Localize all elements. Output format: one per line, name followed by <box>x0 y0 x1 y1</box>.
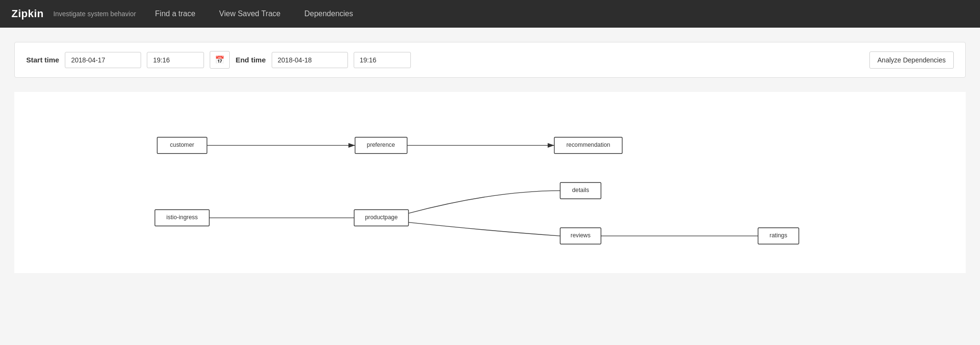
start-time-label: Start time <box>26 56 59 64</box>
end-time-label: End time <box>235 56 265 64</box>
nav-view-saved-trace[interactable]: View Saved Trace <box>219 8 281 20</box>
navbar-links: Find a trace View Saved Trace Dependenci… <box>155 8 353 20</box>
node-recommendation-label: recommendation <box>566 142 610 148</box>
end-time-input[interactable] <box>354 52 411 68</box>
navbar: Zipkin Investigate system behavior Find … <box>0 0 980 28</box>
node-details-label: details <box>572 187 589 193</box>
calendar-button[interactable]: 📅 <box>210 51 230 69</box>
node-productpage-label: productpage <box>365 214 398 221</box>
start-time-input[interactable] <box>147 52 204 68</box>
end-date-input[interactable] <box>272 52 348 68</box>
edge-productpage-reviews <box>408 223 560 236</box>
node-reviews-label: reviews <box>571 232 591 239</box>
analyze-dependencies-button[interactable]: Analyze Dependencies <box>869 51 954 69</box>
nav-find-trace[interactable]: Find a trace <box>155 8 195 20</box>
dependency-graph: customer preference recommendation istio… <box>14 92 966 273</box>
main-content: Start time 📅 End time Analyze Dependenci… <box>0 28 980 283</box>
start-date-input[interactable] <box>65 52 141 68</box>
navbar-tagline: Investigate system behavior <box>53 10 136 18</box>
edge-productpage-details <box>408 191 560 213</box>
node-preference-label: preference <box>367 142 395 148</box>
node-ratings-label: ratings <box>770 232 787 239</box>
filter-bar: Start time 📅 End time Analyze Dependenci… <box>14 42 966 78</box>
nav-dependencies[interactable]: Dependencies <box>304 8 353 20</box>
node-istio-ingress-label: istio-ingress <box>166 214 198 221</box>
node-customer-label: customer <box>170 142 194 148</box>
brand-logo: Zipkin <box>11 8 44 20</box>
